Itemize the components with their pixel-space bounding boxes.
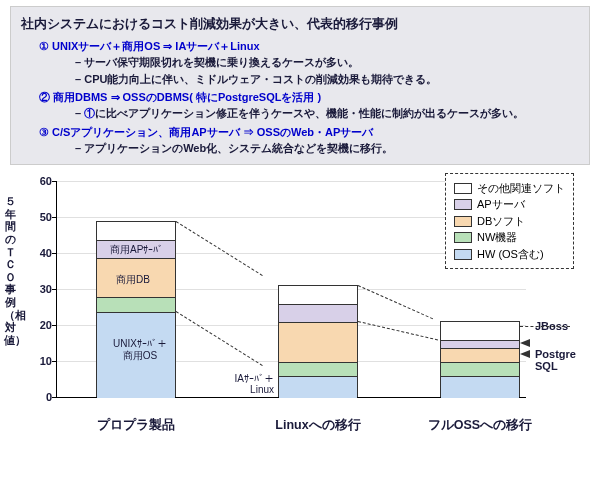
- case-1-bullet-1: サーバ保守期限切れを契機に乗り換えるケースが多い。: [75, 54, 579, 71]
- dash-connector: [358, 285, 433, 319]
- tickmark: [52, 181, 56, 182]
- ann-bar1-ap: 商用APｻｰﾊﾞ: [110, 243, 163, 257]
- legend-label: NW機器: [477, 230, 517, 245]
- dash-connector: [176, 221, 263, 276]
- ytick: 0: [12, 391, 52, 403]
- ann-bar1-hw: UNIXｻｰﾊﾞ＋商用OS: [110, 338, 170, 363]
- legend-item: NW機器: [454, 230, 565, 245]
- case-3-bullet-1: アプリケーションのWeb化、システム統合などを契機に移行。: [75, 140, 579, 157]
- ytick: 10: [12, 355, 52, 367]
- seg-ap: [441, 340, 519, 347]
- ytick: 40: [12, 247, 52, 259]
- tickmark: [52, 397, 56, 398]
- ann-postgre: Postgre SQL: [535, 349, 585, 372]
- info-title: 社内システムにおけるコスト削減効果が大きい、代表的移行事例: [21, 15, 579, 33]
- seg-other: [441, 322, 519, 340]
- case-2-bullet-1: ①に比べアプリケーション修正を伴うケースや、機能・性能に制約が出るケースが多い。: [75, 105, 579, 122]
- case-1-bullet-2: CPU能力向上に伴い、ミドルウェア・コストの削減効果も期待できる。: [75, 71, 579, 88]
- seg-hw: [279, 376, 357, 398]
- pointer-line: [520, 326, 570, 327]
- tickmark: [52, 289, 56, 290]
- case-ref: ①: [84, 107, 95, 119]
- tickmark: [52, 217, 56, 218]
- y-axis: [56, 181, 57, 397]
- cat-label: フルOSSへの移行: [420, 417, 540, 434]
- swatch-icon: [454, 199, 472, 210]
- bar-linux: [278, 285, 358, 397]
- seg-hw: [441, 376, 519, 398]
- seg-db: [279, 322, 357, 362]
- ann-bar1-db: 商用DB: [116, 273, 150, 287]
- tickmark: [52, 325, 56, 326]
- legend-item: HW (OS含む): [454, 247, 565, 262]
- seg-other: [279, 286, 357, 304]
- case-2-head: ② 商用DBMS ⇒ OSSのDBMS( 特にPostgreSQLを活用 ): [39, 90, 579, 105]
- legend: その他関連ソフト APサーバ DBソフト NW機器 HW (OS含む): [445, 173, 574, 269]
- cat-label: Linuxへの移行: [258, 417, 378, 434]
- bar-fulloss: [440, 321, 520, 397]
- legend-label: HW (OS含む): [477, 247, 544, 262]
- swatch-icon: [454, 249, 472, 260]
- arrow-icon: [520, 339, 530, 347]
- ytick: 20: [12, 319, 52, 331]
- tickmark: [52, 253, 56, 254]
- legend-label: その他関連ソフト: [477, 181, 565, 196]
- legend-label: APサーバ: [477, 197, 525, 212]
- legend-item: DBソフト: [454, 214, 565, 229]
- seg-nw: [441, 362, 519, 376]
- cat-label: プロプラ製品: [76, 417, 196, 434]
- case-1-head: ① UNIXサーバ＋商用OS ⇒ IAサーバ＋Linux: [39, 39, 579, 54]
- seg-ap: [279, 304, 357, 322]
- ann-bar2-hw: IAｻｰﾊﾞ＋Linux: [224, 373, 274, 395]
- case-3-head: ③ C/Sアプリケーション、商用APサーバ ⇒ OSSのWeb・APサーバ: [39, 125, 579, 140]
- swatch-icon: [454, 183, 472, 194]
- seg-db: [441, 348, 519, 362]
- seg-nw: [97, 297, 175, 311]
- arrow-icon: [520, 350, 530, 358]
- seg-other: [97, 222, 175, 240]
- legend-label: DBソフト: [477, 214, 525, 229]
- legend-item: APサーバ: [454, 197, 565, 212]
- tickmark: [52, 361, 56, 362]
- ytick: 50: [12, 211, 52, 223]
- dash-connector: [176, 311, 263, 366]
- ytick: 30: [12, 283, 52, 295]
- info-box: 社内システムにおけるコスト削減効果が大きい、代表的移行事例 ① UNIXサーバ＋…: [10, 6, 590, 165]
- legend-item: その他関連ソフト: [454, 181, 565, 196]
- seg-nw: [279, 362, 357, 376]
- swatch-icon: [454, 216, 472, 227]
- swatch-icon: [454, 232, 472, 243]
- chart: ５年間のＴＣＯ事例（相対値） 0 10 20 30 40 50 60: [0, 173, 600, 445]
- case-2-bullet-text: に比べアプリケーション修正を伴うケースや、機能・性能に制約が出るケースが多い。: [95, 107, 524, 119]
- ytick: 60: [12, 175, 52, 187]
